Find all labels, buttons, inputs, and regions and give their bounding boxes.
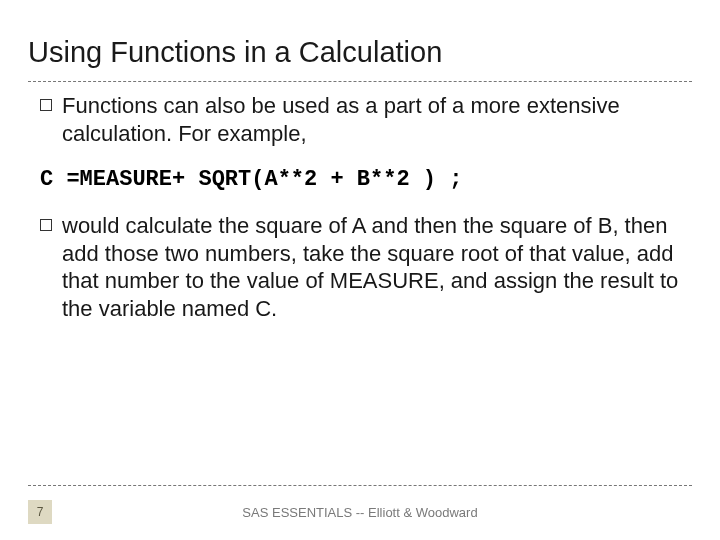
title-wrap: Using Functions in a Calculation: [0, 0, 720, 79]
bullet-explain: would calculate the square of A and then…: [40, 212, 680, 322]
bullet-intro-text: Functions can also be used as a part of …: [62, 93, 620, 146]
bullet-icon: [40, 219, 52, 231]
bullet-explain-text: would calculate the square of A and then…: [62, 213, 678, 321]
footer: 7 SAS ESSENTIALS -- Elliott & Woodward: [28, 500, 692, 524]
page-number: 7: [28, 500, 52, 524]
footer-divider: [28, 485, 692, 486]
footer-text: SAS ESSENTIALS -- Elliott & Woodward: [242, 505, 477, 520]
code-line: C =MEASURE+ SQRT(A**2 + B**2 ) ;: [40, 167, 680, 192]
content-area: Functions can also be used as a part of …: [0, 82, 720, 322]
bullet-intro: Functions can also be used as a part of …: [40, 92, 680, 147]
slide: Using Functions in a Calculation Functio…: [0, 0, 720, 540]
bullet-icon: [40, 99, 52, 111]
slide-title: Using Functions in a Calculation: [28, 36, 692, 69]
